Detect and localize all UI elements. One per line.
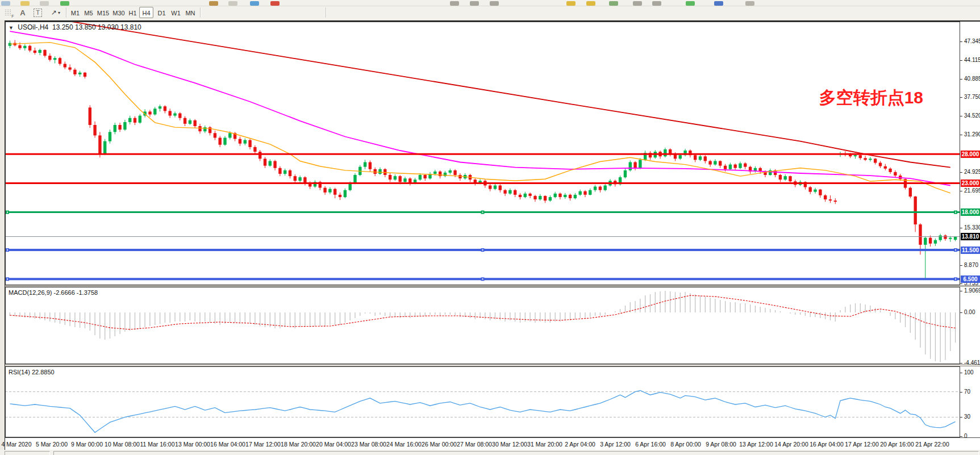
- macd-chart[interactable]: [5, 287, 960, 364]
- arrows-icon: ↗: [51, 9, 57, 16]
- timeframe-button-w1[interactable]: W1: [169, 7, 182, 18]
- price-tick-label: 34.520: [964, 112, 980, 119]
- toolbar-icon[interactable]: [586, 1, 595, 6]
- time-tick-label: 5 Mar 20:00: [36, 441, 68, 448]
- axis-tick: [960, 97, 962, 98]
- toolbar-icon[interactable]: [714, 1, 723, 6]
- price-chart-pane[interactable]: [5, 22, 960, 285]
- toolbar-top-row-clipped: [0, 0, 980, 6]
- timeframe-button-m15[interactable]: M15: [95, 7, 111, 18]
- axis-tick: [960, 191, 962, 191]
- text-box-button[interactable]: T: [30, 7, 45, 18]
- chart-symbol-period: USOil-,H4: [18, 23, 48, 31]
- toolbar-icon[interactable]: [270, 1, 280, 6]
- time-tick-label: 20 Apr 16:00: [880, 441, 914, 448]
- axis-tick: [960, 79, 962, 80]
- toolbar-icon[interactable]: [40, 1, 49, 6]
- price-badge: 23.000: [961, 180, 980, 187]
- toolbar-icon[interactable]: [228, 1, 237, 6]
- axis-tick: [960, 41, 962, 42]
- price-tick-label: 44.115: [964, 57, 980, 64]
- macd-tick-label: 0.00: [964, 309, 980, 316]
- time-tick-label: 30 Mar 12:00: [492, 441, 527, 448]
- price-tick-label: 15.330: [964, 224, 980, 231]
- axis-tick: [960, 135, 962, 135]
- axis-tick: [960, 116, 962, 116]
- text-label-button[interactable]: A: [16, 7, 29, 18]
- price-tick-label: 37.750: [964, 94, 980, 101]
- axis-tick: [960, 312, 962, 313]
- toolbar-icon[interactable]: [686, 1, 695, 6]
- toolbar-icon[interactable]: [450, 1, 459, 6]
- candlestick-chart[interactable]: [5, 22, 960, 285]
- toolbar-main-row: FAT↗▾M1M5M15M30H1H4D1W1MN: [0, 6, 980, 20]
- status-cell: [5, 451, 50, 455]
- status-cell: [53, 451, 979, 455]
- toolbar-separator: [66, 7, 67, 18]
- toolbar-icon[interactable]: [20, 1, 30, 6]
- price-tick-label: 40.885: [964, 76, 980, 82]
- axis-tick: [960, 228, 962, 228]
- toolbar-separator: [200, 7, 201, 18]
- time-tick-label: 3 Apr 12:00: [600, 441, 631, 448]
- time-tick-label: 13 Mar 00:00: [175, 441, 210, 448]
- timeframe-button-m30[interactable]: M30: [111, 7, 126, 18]
- grid-icon: F: [5, 9, 12, 16]
- time-axis[interactable]: 4 Mar 20205 Mar 20:009 Mar 00:0010 Mar 0…: [5, 437, 980, 450]
- arrows-tool-button[interactable]: ↗▾: [47, 7, 65, 18]
- axis-tick: [960, 172, 962, 173]
- axis-tick: [960, 283, 962, 284]
- time-tick-label: 9 Apr 08:00: [706, 441, 736, 448]
- time-tick-label: 9 Mar 00:00: [71, 441, 103, 448]
- axis-tick: [960, 436, 962, 437]
- timeframe-button-h4[interactable]: H4: [139, 7, 153, 18]
- time-tick-label: 20 Mar 04:00: [316, 441, 351, 448]
- macd-label: MACD(12,26,9) -2.6666 -1.3758: [9, 289, 98, 296]
- toolbar-separator: [326, 7, 327, 18]
- toolbar-icon[interactable]: [250, 1, 259, 6]
- toolbar-icon[interactable]: [490, 1, 499, 6]
- price-tick-label: 8.870: [964, 262, 980, 269]
- rsi-indicator-pane[interactable]: [5, 366, 960, 437]
- toolbar-icon[interactable]: [470, 1, 479, 6]
- toolbar-icon[interactable]: [745, 1, 754, 6]
- axis-tick: [960, 363, 962, 364]
- price-tick-label: 21.695: [964, 187, 980, 194]
- rsi-tick-label: 30: [964, 414, 980, 420]
- chevron-down-icon: ▾: [58, 10, 60, 15]
- time-tick-label: 23 Mar 08:00: [351, 441, 386, 448]
- toolbar-icon[interactable]: [609, 1, 618, 6]
- axis-tick: [960, 417, 962, 418]
- toolbar-icon[interactable]: [209, 1, 218, 6]
- chart-ohlc-values: 13.250 13.850 13.030 13.810: [52, 23, 141, 31]
- price-badge: 28.000: [961, 151, 980, 158]
- timeframe-button-m5[interactable]: M5: [82, 7, 95, 18]
- toolbar-icon[interactable]: [566, 1, 576, 6]
- price-badge: 6.500: [961, 275, 980, 283]
- price-badge: 11.500: [961, 247, 980, 254]
- time-tick-label: 2 Apr 04:00: [565, 441, 595, 448]
- macd-tick-label: 1.9069: [964, 287, 980, 294]
- time-tick-label: 26 Mar 00:00: [422, 441, 457, 448]
- time-tick-label: 27 Mar 08:00: [457, 441, 492, 448]
- macd-indicator-pane[interactable]: [5, 287, 960, 364]
- chart-text-annotation[interactable]: 多空转折点18: [819, 86, 923, 110]
- price-badge: 13.810: [961, 233, 980, 240]
- time-tick-label: 13 Apr 12:00: [739, 441, 773, 448]
- price-tick-label: 24.925: [964, 169, 980, 176]
- timeframe-button-d1[interactable]: D1: [155, 7, 168, 18]
- time-tick-label: 11 Mar 16:00: [140, 441, 174, 448]
- toolbar-icon[interactable]: [1, 1, 10, 6]
- timeframe-button-h1[interactable]: H1: [127, 7, 139, 18]
- status-bar: [0, 450, 980, 455]
- timeframe-button-mn[interactable]: MN: [183, 7, 198, 18]
- one-click-trading-toggle[interactable]: ▼: [9, 25, 14, 31]
- rsi-chart[interactable]: [5, 366, 960, 437]
- axis-tick: [960, 265, 962, 266]
- toolbar-icon[interactable]: [633, 1, 642, 6]
- snap-grid-button[interactable]: F: [1, 7, 15, 18]
- chart-window[interactable]: ▼ USOil-,H4 13.250 13.850 13.030 13.810 …: [5, 20, 980, 451]
- timeframe-button-m1[interactable]: M1: [69, 7, 82, 18]
- toolbar-icon[interactable]: [652, 1, 661, 6]
- toolbar-icon[interactable]: [60, 1, 69, 6]
